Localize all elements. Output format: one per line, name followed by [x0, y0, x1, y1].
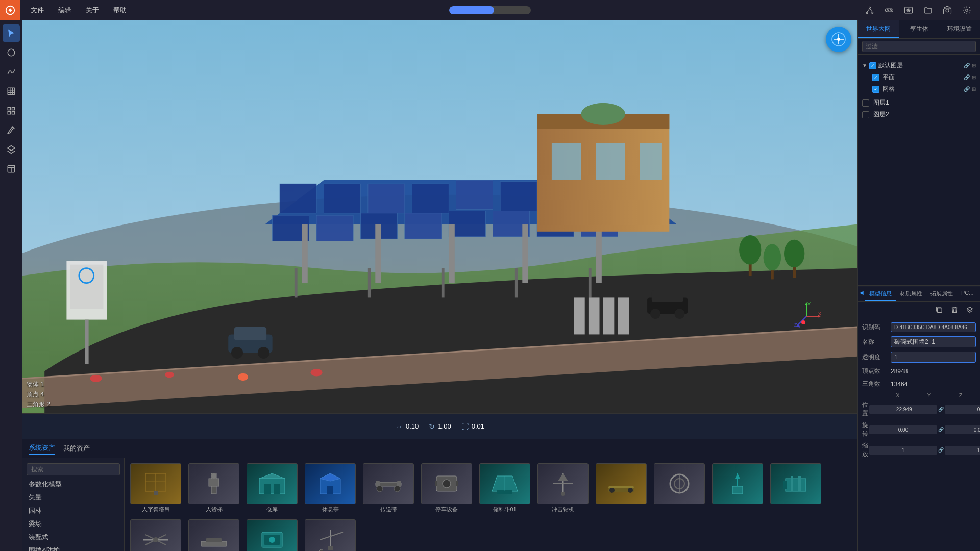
svg-rect-24 — [8, 107, 10, 110]
asset-item-5[interactable]: 停车设备 — [419, 461, 475, 515]
layer-default-checkbox[interactable]: ✓ — [869, 62, 876, 69]
layer-link-btn[interactable]: 🔗 — [964, 63, 970, 68]
prop-tab-model[interactable]: 模型信息 — [865, 287, 896, 301]
svg-rect-47 — [405, 213, 442, 239]
network-icon[interactable] — [863, 3, 877, 17]
menu-about[interactable]: 关于 — [80, 4, 105, 17]
scale-x-input[interactable] — [869, 446, 937, 455]
prop-name-input[interactable] — [891, 336, 976, 347]
asset-item-15[interactable] — [302, 517, 358, 551]
menu-edit[interactable]: 编辑 — [52, 4, 78, 17]
position-y-input[interactable] — [945, 405, 980, 414]
grid-link-btn[interactable]: 🔗 — [964, 86, 970, 92]
asset-item-1[interactable]: 人货梯 — [186, 461, 242, 515]
plane-link-btn[interactable]: 🔗 — [964, 74, 970, 80]
folder-icon[interactable] — [921, 3, 935, 17]
tool-select[interactable] — [3, 24, 20, 42]
app-logo[interactable] — [0, 0, 20, 20]
screenshot-icon[interactable] — [940, 3, 954, 17]
viewport[interactable]: 物体 1 顶点 4 三角形 2 — [22, 20, 857, 439]
scale-y-input[interactable] — [945, 446, 980, 455]
svg-point-79 — [674, 309, 684, 319]
layer1-header[interactable]: 图层1 — [858, 97, 980, 109]
grid-checkbox[interactable]: ✓ — [872, 86, 879, 93]
tool-layers[interactable] — [3, 141, 20, 158]
gizmo-button[interactable] — [826, 27, 851, 52]
position-x-input[interactable] — [869, 405, 937, 414]
category-landscape[interactable]: 园林 — [22, 504, 124, 517]
tool-pen[interactable] — [3, 121, 20, 139]
prop-layers-btn[interactable] — [964, 304, 976, 316]
category-prefab[interactable]: 装配式 — [22, 531, 124, 544]
layer-expand-btn[interactable]: ⊞ — [972, 63, 976, 68]
grid-expand-btn[interactable]: ⊞ — [972, 86, 976, 92]
svg-point-67 — [581, 103, 625, 125]
category-beam[interactable]: 梁场 — [22, 517, 124, 531]
xyz-header-row: X Y Z — [862, 392, 976, 398]
scale-control[interactable]: ⛶ 0.01 — [461, 422, 484, 431]
tool-grid[interactable] — [3, 83, 20, 100]
rotate-control[interactable]: ↻ 1.00 — [429, 422, 451, 431]
asset-item-3[interactable]: 休息亭 — [302, 461, 358, 515]
prop-copy-btn[interactable] — [933, 304, 945, 316]
tool-curve[interactable] — [3, 63, 20, 81]
assets-tab-mine[interactable]: 我的资产 — [63, 443, 90, 454]
prop-opacity-input[interactable] — [891, 352, 976, 363]
asset-item-13[interactable] — [186, 517, 242, 551]
assets-tab-system[interactable]: 系统资产 — [29, 442, 55, 455]
asset-item-10[interactable] — [709, 461, 766, 515]
svg-rect-36 — [280, 184, 316, 213]
tool-panels[interactable] — [3, 160, 20, 178]
asset-item-11[interactable] — [768, 461, 824, 515]
prop-nav-left[interactable]: ◀ — [858, 287, 865, 301]
layer1-checkbox[interactable] — [862, 99, 869, 107]
prop-delete-btn[interactable] — [948, 304, 961, 316]
prop-id-input[interactable] — [891, 322, 976, 332]
plane-checkbox[interactable]: ✓ — [872, 74, 879, 81]
right-tab-env[interactable]: 环境设置 — [939, 20, 980, 38]
layer-default-header[interactable]: ▼ ✓ 默认图层 🔗 ⊞ — [858, 60, 980, 71]
svg-line-163 — [320, 532, 343, 540]
settings-icon[interactable] — [960, 3, 974, 17]
vr-icon[interactable] — [882, 3, 896, 17]
scale-x-link[interactable]: 🔗 — [938, 447, 944, 453]
svg-rect-61 — [589, 268, 592, 298]
category-parametric[interactable]: 参数化模型 — [22, 478, 124, 491]
rotation-x-input[interactable] — [869, 425, 937, 434]
layer2-header[interactable]: 图层2 — [858, 109, 980, 120]
asset-item-12[interactable] — [128, 517, 184, 551]
layer-child-plane[interactable]: ✓ 平面 🔗 ⊞ — [858, 71, 980, 83]
asset-item-6[interactable]: 储料斗01 — [477, 461, 533, 515]
layer-child-grid[interactable]: ✓ 网格 🔗 ⊞ — [858, 83, 980, 95]
prop-tab-material[interactable]: 材质属性 — [896, 287, 926, 301]
menu-file[interactable]: 文件 — [24, 4, 50, 17]
rot-x-link[interactable]: 🔗 — [938, 427, 944, 432]
scene-area[interactable]: 物体 1 顶点 4 三角形 2 — [22, 20, 857, 413]
rotation-y-input[interactable] — [945, 425, 980, 434]
category-vector[interactable]: 矢量 — [22, 491, 124, 504]
plane-expand-btn[interactable]: ⊞ — [972, 74, 976, 80]
pos-x-link[interactable]: 🔗 — [938, 407, 944, 412]
asset-item-7[interactable]: 冲击钻机 — [535, 461, 591, 515]
menu-help[interactable]: 帮助 — [107, 4, 133, 17]
prop-tab-extend[interactable]: 拓展属性 — [926, 287, 957, 301]
right-panel-top-tabs: 世界大网 孪生体 环境设置 — [858, 20, 980, 39]
right-tab-twin[interactable]: 孪生体 — [899, 20, 940, 38]
svg-point-138 — [561, 492, 565, 496]
tool-circle[interactable] — [3, 44, 20, 61]
asset-item-14[interactable] — [244, 517, 300, 551]
camera-view-icon[interactable] — [901, 3, 916, 17]
assets-search-input[interactable] — [27, 463, 120, 475]
category-fence[interactable]: 围挡&防护 — [22, 544, 124, 551]
asset-item-0[interactable]: 人字臂塔吊 — [128, 461, 184, 515]
right-tab-world[interactable]: 世界大网 — [858, 20, 899, 38]
move-control[interactable]: ↔ 0.10 — [396, 422, 419, 431]
asset-item-8[interactable] — [593, 461, 649, 515]
prop-tab-pc[interactable]: PC... — [957, 287, 977, 301]
asset-item-4[interactable]: 传送带 — [360, 461, 416, 515]
asset-item-2[interactable]: 仓库 — [244, 461, 300, 515]
asset-item-9[interactable] — [651, 461, 707, 515]
layer2-checkbox[interactable] — [862, 111, 869, 118]
tool-apps[interactable] — [3, 102, 20, 119]
layer-filter-input[interactable] — [862, 41, 976, 52]
